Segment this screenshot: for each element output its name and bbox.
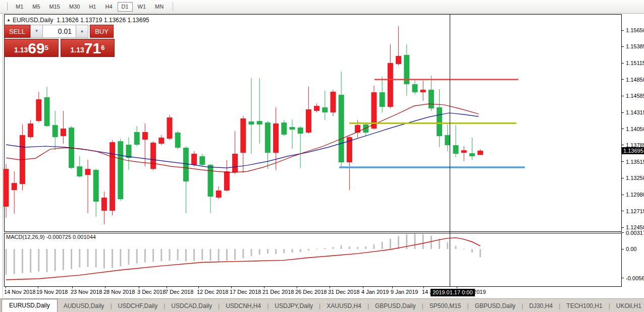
candle-body [199,156,205,165]
macd-hist-bar [38,249,39,272]
candle-body [208,165,213,197]
macd-hist-bar [259,249,260,255]
macd-hist-bar [79,249,80,268]
candle-body [428,90,434,108]
candle-body [265,122,271,153]
timeframe-button-m15[interactable]: M15 [45,2,64,12]
symbol-tab-usdchf-daily[interactable]: USDCHF,Daily [112,300,164,312]
candle-body [281,122,287,135]
symbol-tab-dj30-h4[interactable]: DJ30,H4 [523,300,559,312]
collapse-triangle-icon[interactable]: ▲ [7,18,11,22]
price-tick-label: 1.12980 [626,192,644,198]
macd-hist-bar [201,249,203,260]
candle-body [4,169,9,207]
timeframe-button-w1[interactable]: W1 [134,2,150,12]
macd-indicator-label: MACD(12,26,9) -0.000725 0.001044 [6,234,96,240]
candle-body [134,132,140,145]
symbol-tab-usdcnh-h4[interactable]: USDCNH,H4 [220,300,267,312]
macd-hist-bar [55,249,56,271]
candle-body [469,153,475,156]
buy-price-main: 71 [84,41,101,55]
candle-body [142,132,148,140]
timeframe-button-mn[interactable]: MN [151,2,168,12]
volume-decrease-button[interactable]: ▼ [30,25,43,38]
candle-body [412,84,418,92]
candle-body [461,150,467,153]
candle-body [110,142,115,211]
volume-increase-button[interactable]: ▲ [76,25,88,38]
symbol-tab-xauusd-h4[interactable]: XAUUSD,H4 [320,300,367,312]
macd-hist-bar [390,239,391,249]
macd-hist-bar [136,249,138,263]
symbol-tab-gbpusd-daily[interactable]: GBPUSD,Daily [369,300,422,312]
price-tick-label: 1.13515 [626,159,644,165]
price-tick-label: 1.13250 [626,175,644,181]
timeframe-button-m1[interactable]: M1 [12,2,27,12]
candle-body [273,123,279,153]
candle-body [396,56,401,64]
candle-body [453,145,459,154]
buy-price-panel[interactable]: 1.13716 [61,39,115,57]
symbol-tab-ukoil-h1[interactable]: UKOil,H1 [610,300,644,312]
date-label: 12 Dec 2018 [197,289,228,295]
macd-tick-label: 0.003177 [626,230,644,236]
macd-hist-bar [316,249,317,249]
macd-hist-bar [234,249,236,260]
macd-hist-bar [275,249,277,254]
candle-body [339,95,344,162]
symbol-tab-usdjpy-daily[interactable]: USDJPY,Daily [269,300,319,312]
candle-body [306,109,311,133]
candle-body [44,97,50,126]
candle-body [380,92,385,107]
macd-hist-bar [422,234,424,249]
macd-hist-bar [300,249,301,252]
symbol-tab-usdcad-daily[interactable]: USDCAD,Daily [165,300,218,312]
sell-button[interactable]: SELL [4,25,30,38]
crosshair-date-badge: 2019.01.17 0:00 [431,289,475,296]
macd-hist-bar [447,242,448,249]
macd-hist-bar [177,249,179,260]
macd-hist-bar [333,247,334,249]
timeframe-button-m5[interactable]: M5 [28,2,44,12]
candle-body [257,121,262,124]
date-label: 4 Jan 2019 [361,289,389,295]
timeframe-button-d1[interactable]: D1 [118,2,133,12]
macd-hist-bar [324,248,326,249]
symbol-tab-tech100-h1[interactable]: TECH100,H1 [560,300,608,312]
symbol-tab-gbpusd-daily[interactable]: GBPUSD,Daily [469,300,522,312]
candle-body [61,129,66,136]
macd-hist-bar [103,249,105,269]
timeframe-button-m30[interactable]: M30 [65,2,84,12]
macd-hist-bar [398,236,399,249]
date-label: 31 Dec 2018 [328,289,359,295]
macd-hist-bar [463,249,465,249]
macd-hist-bar [341,245,342,249]
candle-body [93,170,99,202]
tabbar-grip[interactable] [0,299,1,312]
macd-hist-bar [479,249,481,257]
timeframe-button-h1[interactable]: H1 [85,2,100,12]
macd-hist-bar [471,249,473,253]
candle-body [298,128,303,134]
toolbar-grip[interactable] [5,3,8,11]
symbol-tabbar: EURUSD,DailyAUDUSD,Daily|USDCHF,Daily|US… [0,298,644,312]
macd-hist-bar [185,249,187,261]
macd-hist-bar [455,246,457,249]
symbol-tab-audusd-daily[interactable]: AUDUSD,Daily [58,300,111,312]
current-price-badge: 1.13695 [622,147,644,154]
sell-price-panel[interactable]: 1.13695 [4,39,59,57]
price-tick-label: 1.15385 [626,43,644,49]
macd-hist-bar [251,249,252,256]
macd-hist-bar [22,249,23,273]
candle-body [52,125,58,137]
symbol-tab-sp500-m15[interactable]: SP500,M15 [423,300,467,312]
macd-hist-bar [71,249,72,269]
timeframe-button-h4[interactable]: H4 [101,2,116,12]
macd-hist-bar [46,249,48,272]
volume-input[interactable]: 0.01 [43,25,76,38]
sell-price-pip: 5 [45,39,48,56]
candle-body [175,133,181,148]
buy-button[interactable]: BUY [90,25,114,38]
price-tick-label: 1.15115 [626,60,644,66]
symbol-tab-eurusd-daily[interactable]: EURUSD,Daily [2,299,58,312]
